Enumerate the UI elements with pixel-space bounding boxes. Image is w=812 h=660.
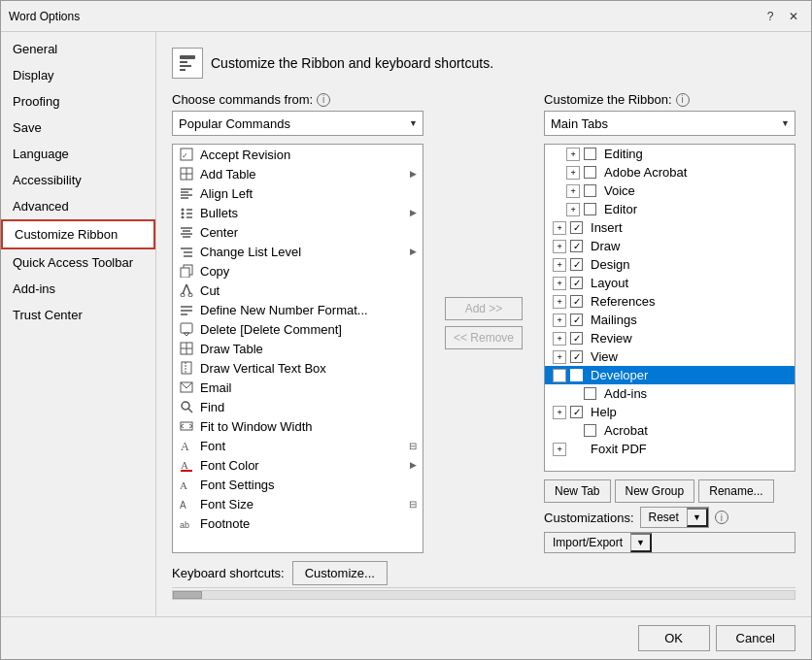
customizations-info-icon[interactable]: i	[715, 511, 728, 524]
import-export-dropdown[interactable]: Import/Export ▼	[544, 532, 795, 553]
sidebar-item-add-ins[interactable]: Add-ins	[1, 276, 155, 302]
tree-expand-icon[interactable]: +	[553, 369, 566, 382]
choose-commands-info-icon[interactable]: i	[317, 93, 330, 107]
tree-checkbox[interactable]	[584, 424, 596, 437]
tree-checkbox[interactable]	[584, 166, 596, 179]
sidebar-item-accessibility[interactable]: Accessibility	[1, 167, 155, 193]
tree-item[interactable]: +✓Insert	[545, 218, 795, 237]
command-item[interactable]: Copy	[173, 261, 423, 280]
tree-item[interactable]: +✓Help	[545, 403, 795, 421]
command-item[interactable]: Draw Vertical Text Box	[173, 358, 423, 378]
tree-expand-icon[interactable]: +	[553, 443, 566, 456]
ribbon-dropdown[interactable]: Main Tabs Tool Tabs	[544, 111, 795, 136]
tree-expand-icon[interactable]: +	[566, 148, 580, 161]
command-item[interactable]: Draw Table	[173, 339, 423, 358]
tree-item[interactable]: +✓Review	[545, 329, 795, 347]
ribbon-tree[interactable]: +Editing+Adobe Acrobat+Voice+Editor+✓Ins…	[544, 144, 795, 472]
tree-checkbox[interactable]: ✓	[570, 332, 583, 345]
tree-checkbox[interactable]: ✓	[570, 350, 583, 363]
tree-expand-icon[interactable]: +	[566, 184, 580, 198]
tree-item[interactable]: Add-ins	[545, 384, 795, 403]
tree-item[interactable]: +✓Mailings	[545, 311, 795, 329]
sidebar-item-display[interactable]: Display	[1, 62, 155, 88]
ok-button[interactable]: OK	[638, 625, 710, 651]
commands-dropdown[interactable]: Popular Commands All Commands	[172, 111, 423, 136]
tree-checkbox[interactable]	[584, 148, 596, 160]
command-item[interactable]: Delete [Delete Comment]	[173, 319, 423, 339]
new-group-button[interactable]: New Group	[615, 479, 695, 503]
scrollbar-track[interactable]	[172, 590, 795, 600]
tree-expand-icon[interactable]: +	[553, 240, 566, 253]
tree-expand-icon[interactable]: +	[553, 332, 566, 346]
tree-checkbox[interactable]: ✓	[570, 277, 583, 289]
close-button[interactable]: ✕	[784, 7, 803, 26]
tree-checkbox[interactable]	[584, 387, 596, 400]
tree-item[interactable]: +Editing	[545, 145, 795, 163]
tree-checkbox[interactable]: ✓	[570, 406, 583, 418]
tree-expand-icon[interactable]: +	[553, 314, 566, 327]
sidebar-item-quick-access-toolbar[interactable]: Quick Access Toolbar	[1, 249, 155, 276]
tree-checkbox[interactable]	[584, 203, 596, 215]
command-item[interactable]: Change List Level▶	[173, 242, 423, 261]
sidebar-item-proofing[interactable]: Proofing	[1, 88, 155, 115]
tree-checkbox[interactable]: ✓	[570, 314, 583, 326]
command-item[interactable]: Cut	[173, 280, 423, 300]
reset-button[interactable]: Reset	[641, 508, 687, 527]
command-item[interactable]: abFootnote	[173, 513, 423, 533]
tree-item[interactable]: +✓References	[545, 292, 795, 311]
tree-item[interactable]: +Adobe Acrobat	[545, 163, 795, 182]
command-item[interactable]: Define New Number Format...	[173, 300, 423, 319]
cancel-button[interactable]: Cancel	[716, 625, 795, 651]
command-item[interactable]: Fit to Window Width	[173, 416, 423, 436]
remove-button[interactable]: << Remove	[445, 326, 523, 349]
tree-checkbox[interactable]: ✓	[570, 369, 583, 381]
sidebar-item-general[interactable]: General	[1, 36, 155, 62]
tree-item[interactable]: +Foxit PDF	[545, 440, 795, 458]
command-item[interactable]: Bullets▶	[173, 203, 423, 222]
tree-expand-icon[interactable]: +	[553, 295, 566, 309]
rename-button[interactable]: Rename...	[698, 479, 773, 503]
tree-expand-icon[interactable]: +	[553, 221, 566, 235]
tree-expand-icon[interactable]: +	[566, 166, 580, 180]
command-item[interactable]: AFont Settings	[173, 475, 423, 494]
add-button[interactable]: Add >>	[445, 297, 523, 320]
sidebar-item-customize-ribbon[interactable]: Customize Ribbon	[1, 219, 155, 249]
tree-expand-icon[interactable]: +	[553, 406, 566, 419]
keyboard-customize-button[interactable]: Customize...	[292, 561, 388, 585]
command-item[interactable]: Add Table▶	[173, 164, 423, 183]
tree-checkbox[interactable]: ✓	[570, 258, 583, 271]
tree-item[interactable]: +✓Design	[545, 255, 795, 274]
horizontal-scrollbar[interactable]	[172, 587, 795, 601]
sidebar-item-trust-center[interactable]: Trust Center	[1, 302, 155, 328]
tree-expand-icon[interactable]: +	[566, 203, 580, 216]
commands-list[interactable]: ✓Accept RevisionAdd Table▶Align LeftBull…	[172, 144, 423, 553]
tree-item[interactable]: Acrobat	[545, 421, 795, 440]
tree-item[interactable]: +✓Draw	[545, 237, 795, 255]
tree-checkbox[interactable]: ✓	[570, 240, 583, 252]
command-item[interactable]: AFont⊟	[173, 436, 423, 455]
command-item[interactable]: AFont Color▶	[173, 455, 423, 475]
reset-dropdown[interactable]: Reset ▼	[640, 507, 709, 528]
help-button[interactable]: ?	[761, 7, 780, 26]
tree-expand-icon[interactable]: +	[553, 277, 566, 290]
command-item[interactable]: Find	[173, 397, 423, 416]
tree-checkbox[interactable]: ✓	[570, 221, 583, 234]
tree-expand-icon[interactable]: +	[553, 350, 566, 364]
command-item[interactable]: Align Left	[173, 183, 423, 203]
tree-checkbox[interactable]	[584, 184, 596, 197]
sidebar-item-language[interactable]: Language	[1, 141, 155, 167]
sidebar-item-advanced[interactable]: Advanced	[1, 193, 155, 219]
sidebar-item-save[interactable]: Save	[1, 115, 155, 141]
command-item[interactable]: ✓Accept Revision	[173, 145, 423, 164]
tree-expand-icon[interactable]: +	[553, 258, 566, 272]
tree-item[interactable]: +✓View	[545, 347, 795, 366]
tree-checkbox[interactable]: ✓	[570, 295, 583, 308]
command-item[interactable]: AFont Size⊟	[173, 494, 423, 513]
reset-arrow-button[interactable]: ▼	[687, 508, 708, 527]
import-export-button[interactable]: Import/Export	[545, 533, 630, 552]
tree-item[interactable]: +Editor	[545, 200, 795, 218]
scrollbar-thumb[interactable]	[173, 591, 202, 599]
import-export-arrow-button[interactable]: ▼	[630, 533, 652, 552]
command-item[interactable]: Center	[173, 222, 423, 242]
customize-ribbon-info-icon[interactable]: i	[676, 93, 690, 107]
